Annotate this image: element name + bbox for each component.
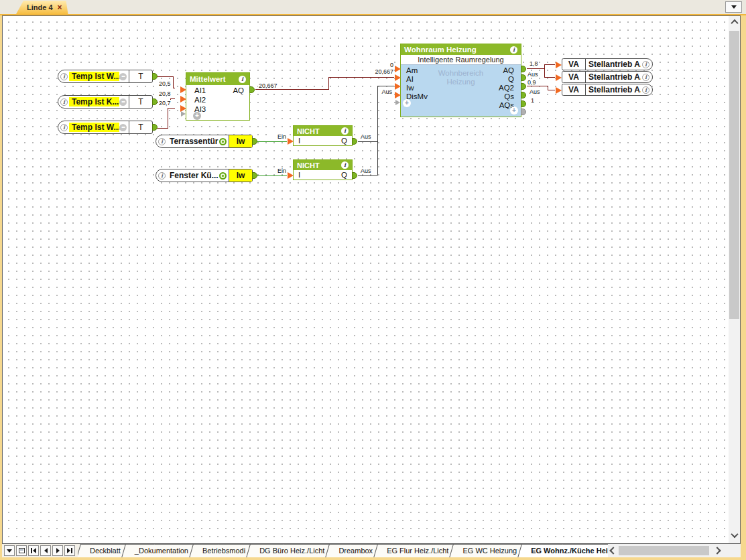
output-port-label: T [129, 96, 152, 108]
wire-value: Aus [529, 88, 541, 95]
sheet-menu-button[interactable] [4, 545, 15, 556]
info-icon[interactable] [341, 127, 349, 135]
function-block-wohnraum-heizung[interactable]: Wohnraum Heizung Intelligente Raumregelu… [400, 44, 521, 117]
block-header[interactable]: NICHT [294, 160, 352, 170]
info-icon[interactable] [642, 86, 649, 94]
info-icon[interactable] [60, 73, 68, 80]
actuator-type-tag: VA [562, 72, 586, 82]
actuator-type-tag: VA [562, 59, 586, 70]
last-sheet-button[interactable] [64, 545, 75, 556]
input-connector[interactable] [556, 74, 562, 81]
info-icon[interactable] [158, 138, 166, 145]
input-connector[interactable] [180, 86, 186, 93]
actuator-block-stellantrieb-3[interactable]: VA Stellantrieb A... [562, 84, 653, 96]
actuator-block-stellantrieb-1[interactable]: VA Stellantrieb A... [562, 58, 653, 70]
output-port-label: AQ [233, 86, 244, 95]
wire-value: 0 [379, 62, 394, 68]
scroll-up-button[interactable] [729, 17, 740, 27]
info-icon[interactable] [60, 98, 68, 106]
info-icon[interactable] [642, 74, 649, 81]
function-block-nicht-2[interactable]: NICHT I Q [293, 159, 353, 180]
sensor-label: Temp Ist K... [69, 97, 119, 107]
actuator-label: Stellantrieb A... [586, 60, 641, 69]
sheet-tab-eg-wc[interactable]: EG WC Heizung [453, 544, 526, 557]
wire-value: 20,7 [158, 100, 172, 107]
new-sheet-button[interactable] [16, 545, 27, 556]
scroll-right-button[interactable] [712, 544, 723, 557]
output-port-label: Qs [504, 92, 514, 101]
horizontal-scrollbar-thumb[interactable] [619, 546, 709, 555]
block-title: NICHT [297, 161, 320, 169]
input-connector[interactable] [395, 92, 401, 98]
input-port-label: Iw [406, 84, 414, 92]
wire-value: Ein [272, 167, 287, 174]
info-icon[interactable] [341, 161, 349, 169]
function-block-nicht-1[interactable]: NICHT I Q [293, 125, 353, 146]
info-icon[interactable] [510, 46, 517, 54]
input-connector[interactable] [395, 66, 401, 72]
scroll-down-button[interactable] [729, 530, 740, 541]
input-connector[interactable] [556, 62, 562, 68]
dropdown-icon [7, 549, 12, 553]
block-header[interactable]: NICHT [294, 126, 352, 136]
block-title: Wohnraum Heizung [404, 46, 477, 54]
sensor-block-temp-1[interactable]: Temp Ist W... T [58, 70, 153, 83]
sheet-tab-dokumentation[interactable]: _Dokumentation [125, 544, 198, 557]
wire-value: Aus [527, 71, 539, 78]
input-connector[interactable] [180, 96, 186, 102]
status-dots-icon [119, 73, 127, 80]
output-port-label: Iw [229, 169, 252, 182]
input-port-label: I [298, 171, 300, 180]
scroll-left-button[interactable] [608, 544, 619, 557]
close-tab-icon[interactable] [58, 3, 62, 11]
output-port-label: T [129, 70, 152, 82]
app-window: Linde 4 Temp Ist W... T [0, 0, 746, 560]
sheet-tab-eg-wohnz-kueche-active[interactable]: EG Wohnz./Küche Heiz. [521, 544, 608, 557]
block-header[interactable]: Wohnraum Heizung [401, 44, 521, 55]
sheet-tab-eg-flur[interactable]: EG Flur Heiz./Licht [377, 544, 458, 557]
sheet-tab-dg-buero[interactable]: DG Büro Heiz./Licht [250, 544, 334, 557]
wire-value: 0,9 [527, 79, 537, 86]
block-title: NICHT [297, 127, 320, 135]
add-output-icon[interactable] [510, 107, 518, 115]
document-tab-label: Linde 4 [27, 3, 53, 11]
info-icon[interactable] [158, 172, 166, 180]
info-icon[interactable] [60, 124, 68, 131]
info-icon[interactable] [239, 76, 246, 83]
vertical-scrollbar-thumb[interactable] [729, 31, 739, 319]
bar-icon [71, 548, 72, 553]
sensor-block-terrassentuer[interactable]: Terrassentür Iw [156, 135, 253, 148]
triangle-left-icon [33, 548, 36, 553]
actuator-label: Stellantrieb A... [586, 85, 641, 94]
info-icon[interactable] [642, 61, 649, 68]
horizontal-scrollbar[interactable] [608, 544, 741, 557]
actuator-block-stellantrieb-2[interactable]: VA Stellantrieb A... [562, 71, 653, 83]
sheet-tab-betriebsmodi[interactable]: Betriebsmodi [193, 544, 255, 557]
block-header[interactable]: Mittelwert [186, 73, 249, 85]
input-connector[interactable] [556, 87, 562, 94]
output-port-label: Q [341, 137, 347, 145]
first-sheet-button[interactable] [28, 545, 39, 556]
document-tab-linde4[interactable]: Linde 4 [16, 1, 68, 14]
chevron-right-icon [713, 547, 721, 554]
sensor-block-temp-3[interactable]: Temp Ist W... T [58, 121, 153, 134]
input-connector[interactable] [288, 138, 294, 145]
prev-sheet-button[interactable] [40, 545, 51, 556]
collapsed-input-connector[interactable] [395, 100, 400, 105]
input-connector[interactable] [395, 83, 401, 90]
vertical-scrollbar[interactable] [729, 16, 740, 543]
collapsed-input-connector[interactable] [181, 111, 186, 117]
wire-value: 20,5 [158, 80, 172, 87]
sensor-block-temp-2[interactable]: Temp Ist K... T [58, 95, 153, 109]
block-title: Mittelwert [190, 75, 226, 83]
function-block-mittelwert[interactable]: Mittelwert AI1 AI2 AI3 AQ [186, 72, 250, 121]
tab-list-dropdown-button[interactable] [725, 1, 742, 13]
input-connector[interactable] [288, 172, 294, 179]
actuator-type-tag: VA [562, 84, 586, 95]
status-ring-icon [219, 138, 227, 145]
input-connector[interactable] [395, 74, 401, 81]
add-input-icon[interactable] [193, 112, 201, 120]
add-input-icon[interactable] [403, 99, 411, 107]
next-sheet-button[interactable] [52, 545, 63, 556]
sensor-block-fenster-kueche[interactable]: Fenster Kü... Iw [156, 169, 253, 182]
